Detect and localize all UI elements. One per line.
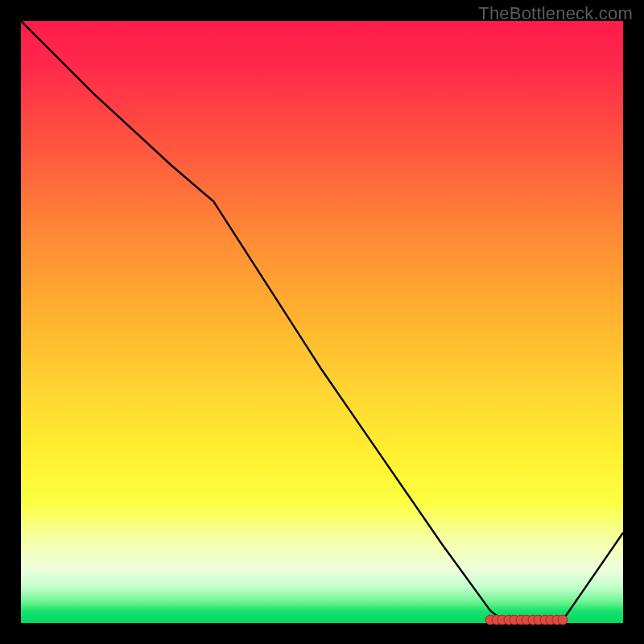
curve-svg [21,21,623,623]
chart-frame: TheBottleneck.com [0,0,644,644]
plot-area [21,21,623,623]
bottleneck-curve [21,21,623,620]
marker-dot [558,615,568,625]
watermark-text: TheBottleneck.com [478,3,633,24]
